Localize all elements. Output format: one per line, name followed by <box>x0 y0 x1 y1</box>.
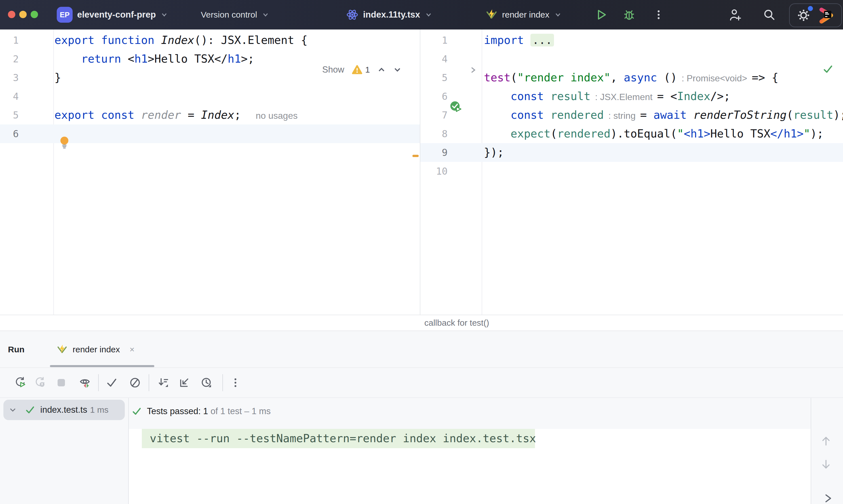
more-actions-button[interactable] <box>653 0 664 30</box>
code-line[interactable]: return <h1>Hello TSX</h1>; <box>54 50 254 68</box>
fold-chevron-icon[interactable] <box>469 66 477 74</box>
inspection-warning-count: 1 <box>365 65 370 75</box>
breadcrumb[interactable]: callback for test() <box>424 315 489 330</box>
zoom-window-button[interactable] <box>31 11 38 18</box>
inspection-widget[interactable]: Show 1 <box>322 62 402 77</box>
settings-notification-dot <box>808 6 813 11</box>
more-kebab-icon <box>230 376 241 389</box>
vitest-icon <box>57 344 68 355</box>
ide-logo[interactable] <box>818 7 835 24</box>
toolbar-separator <box>98 374 99 391</box>
test-tree-row-selected[interactable]: index.test.ts 1 ms <box>3 400 125 420</box>
console-command-text: vitest --run --testNamePattern=render in… <box>150 429 536 448</box>
run-config-widget[interactable]: render index <box>486 0 562 30</box>
code-line[interactable]: const rendered: string= await renderToSt… <box>484 106 843 124</box>
project-widget[interactable]: EP eleventy-conf-prep <box>57 0 168 30</box>
chevron-down-icon <box>425 11 433 19</box>
code-with-me-button[interactable] <box>728 0 742 30</box>
code-line[interactable]: import ... <box>484 31 554 50</box>
main-toolbar: EP eleventy-conf-prep Version control in… <box>0 0 843 30</box>
chevron-right-icon[interactable] <box>824 493 833 503</box>
show-passed-check-icon <box>106 376 118 389</box>
console-output[interactable]: vitest --run --testNamePattern=render in… <box>129 429 811 504</box>
line-number: 7 <box>420 106 447 124</box>
run-config-name: render index <box>502 10 549 20</box>
line-number: 9 <box>420 143 447 162</box>
tool-window-title[interactable]: Run <box>8 331 24 368</box>
test-tree[interactable]: index.test.ts 1 ms <box>0 398 128 504</box>
run-button[interactable] <box>595 0 608 30</box>
react-icon <box>346 8 358 21</box>
minimize-window-button[interactable] <box>19 11 27 18</box>
inspection-ok-check-icon[interactable] <box>823 64 833 74</box>
history-clock-icon <box>200 376 213 389</box>
more-options-button[interactable] <box>229 376 242 389</box>
debug-icon <box>622 8 636 21</box>
inspection-show-label[interactable]: Show <box>322 65 344 75</box>
code-line[interactable]: export function Index(): JSX.Element { <box>54 31 308 50</box>
console-side-toolbar <box>811 398 843 504</box>
rerun-button[interactable] <box>14 376 27 389</box>
code-line[interactable]: } <box>54 68 61 87</box>
navigate-with-single-click-button[interactable] <box>178 376 191 389</box>
run-content: index.test.ts 1 ms Tests passed: 1 of 1 … <box>0 398 843 504</box>
search-icon <box>762 8 776 21</box>
folded-region[interactable]: ... <box>530 34 554 47</box>
project-name: eleventy-conf-prep <box>77 10 156 20</box>
breadcrumb-bar: callback for test() <box>0 314 843 331</box>
editor-left-pane[interactable]: 1export function Index(): JSX.Element {2… <box>0 30 420 314</box>
code-line[interactable]: export const render = Index;no usages <box>54 106 298 124</box>
show-results-button[interactable] <box>79 376 91 389</box>
line-number: 5 <box>0 106 19 124</box>
close-tab-icon[interactable]: × <box>129 345 135 354</box>
code-line[interactable]: const result: JSX.Element= <Index/>; <box>484 87 731 106</box>
sort-tests-button[interactable] <box>157 376 170 389</box>
test-passed-check-icon <box>25 405 35 415</box>
run-toolbar <box>0 368 843 398</box>
warning-stripe-mark[interactable] <box>412 155 419 157</box>
tab-render-index[interactable]: render index × <box>50 331 141 368</box>
test-file-name: index.test.ts <box>40 405 87 415</box>
tests-passed-check-icon <box>131 407 142 416</box>
inspection-warning-group[interactable]: 1 <box>352 65 370 75</box>
test-history-button[interactable] <box>200 376 213 389</box>
settings-button[interactable] <box>796 8 811 22</box>
close-window-button[interactable] <box>8 11 15 18</box>
code-line[interactable]: expect(rendered).toEqual("<h1>Hello TSX<… <box>484 124 824 143</box>
run-tool-window: Run render index × <box>0 331 843 504</box>
line-number: 4 <box>420 50 447 68</box>
chevron-down-icon[interactable] <box>393 66 402 74</box>
show-ignored-button[interactable] <box>129 376 141 389</box>
rerun-failed-button[interactable] <box>34 376 47 389</box>
editor-right-pane[interactable]: 1import ...45test("render index", async … <box>420 30 843 314</box>
debug-button[interactable] <box>622 0 636 30</box>
vcs-label: Version control <box>201 10 257 20</box>
rerun-failed-icon <box>34 376 47 389</box>
code-line[interactable]: }); <box>484 143 504 162</box>
line-number: 5 <box>420 68 447 87</box>
toolbar-separator <box>148 374 149 391</box>
tests-passed-text: Tests passed: 1 <box>147 406 208 416</box>
code-line[interactable]: test("render index", async (): Promise<v… <box>484 68 778 87</box>
stop-button[interactable] <box>55 376 68 389</box>
rerun-icon <box>14 376 27 389</box>
tests-passed-detail: of 1 test – 1 ms <box>210 406 270 416</box>
warning-triangle-icon <box>352 65 363 75</box>
chevron-down-icon <box>160 11 168 19</box>
line-number: 2 <box>0 50 19 68</box>
lightbulb-icon[interactable] <box>59 136 69 150</box>
vcs-widget[interactable]: Version control <box>201 0 269 30</box>
search-everywhere-button[interactable] <box>762 0 776 30</box>
show-passed-button[interactable] <box>106 376 118 389</box>
stop-icon <box>56 377 67 388</box>
tab-label: render index <box>73 345 120 354</box>
file-switcher[interactable]: index.11ty.tsx <box>346 0 433 30</box>
arrow-down-icon[interactable] <box>820 458 832 470</box>
arrow-up-icon[interactable] <box>820 435 832 447</box>
chevron-down-icon[interactable] <box>8 406 17 414</box>
toolbar-separator <box>222 374 223 391</box>
chevron-up-icon[interactable] <box>377 66 386 74</box>
project-badge: EP <box>57 7 73 23</box>
test-passed-run-icon[interactable] <box>450 101 463 113</box>
line-number: 1 <box>420 31 447 50</box>
